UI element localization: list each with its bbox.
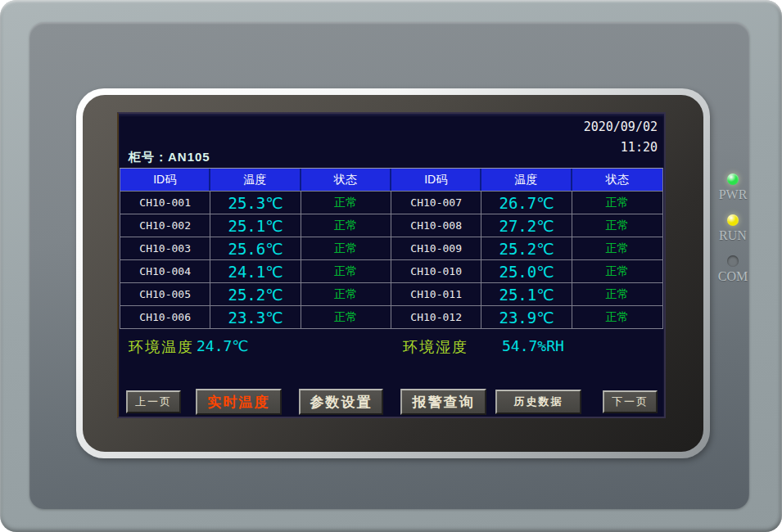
column-header: ID码: [120, 169, 210, 191]
status-cell: 正常: [301, 306, 391, 328]
channel-table-body: CH10-00125.3℃正常CH10-00726.7℃正常CH10-00225…: [120, 192, 662, 329]
channel-id-cell: CH10-003: [120, 237, 210, 259]
alarm-query-button[interactable]: 报警查询: [400, 389, 486, 415]
status-cell: 正常: [572, 192, 662, 214]
temperature-cell: 25.2℃: [481, 237, 572, 259]
channel-id-cell: CH10-009: [391, 237, 481, 259]
parameter-settings-button[interactable]: 参数设置: [299, 389, 383, 415]
table-row: CH10-00125.3℃正常CH10-00726.7℃正常: [120, 192, 662, 214]
status-cell: 正常: [301, 237, 391, 259]
hmi-device-frame: 2020/09/02 11:20 柜号：AN105 ID码温度状态ID码温度状态…: [0, 0, 782, 532]
time-text: 11:20: [584, 138, 658, 158]
next-page-button[interactable]: 下一页: [603, 390, 658, 413]
temperature-cell: 25.2℃: [210, 283, 301, 305]
channel-id-cell: CH10-008: [391, 214, 481, 237]
ambient-readings: 环境温度 24.7℃ 环境湿度 54.7%RH: [119, 332, 664, 362]
channel-id-cell: CH10-011: [391, 283, 481, 305]
com-led-label: COM: [718, 269, 748, 284]
temperature-cell: 26.7℃: [481, 192, 572, 214]
status-cell: 正常: [572, 237, 662, 259]
history-data-button[interactable]: 历史数据: [495, 390, 581, 414]
temperature-cell: 25.6℃: [210, 237, 301, 259]
channel-id-cell: CH10-010: [391, 260, 481, 282]
column-header: 状态: [572, 169, 662, 191]
table-row: CH10-00424.1℃正常CH10-01025.0℃正常: [120, 260, 662, 283]
channel-id-cell: CH10-007: [391, 192, 481, 214]
pwr-led-label: PWR: [719, 187, 748, 202]
ambient-humidity-value: 54.7%RH: [502, 337, 564, 354]
table-row: CH10-00325.6℃正常CH10-00925.2℃正常: [120, 237, 662, 260]
channel-id-cell: CH10-004: [120, 260, 210, 282]
date-text: 2020/09/02: [584, 117, 658, 138]
temperature-cell: 27.2℃: [481, 214, 572, 237]
temperature-cell: 25.0℃: [481, 260, 572, 282]
status-cell: 正常: [301, 192, 391, 214]
status-led-column: PWRRUNCOM: [714, 174, 752, 284]
table-row: CH10-00525.2℃正常CH10-01125.1℃正常: [120, 283, 662, 306]
channel-id-cell: CH10-005: [120, 283, 210, 305]
ambient-humidity-label: 环境湿度: [403, 337, 468, 357]
column-header: 温度: [210, 169, 301, 191]
column-header: 状态: [301, 169, 391, 191]
ambient-temperature-value: 24.7℃: [197, 337, 249, 354]
channel-table: ID码温度状态ID码温度状态 CH10-00125.3℃正常CH10-00726…: [120, 168, 663, 329]
status-cell: 正常: [301, 283, 391, 305]
channel-id-cell: CH10-012: [391, 306, 481, 328]
channel-id-cell: CH10-006: [120, 306, 210, 328]
com-led-block: COM: [714, 255, 752, 284]
temperature-cell: 24.1℃: [210, 260, 301, 282]
cabinet-number-label: 柜号：AN105: [129, 150, 210, 165]
column-header: 温度: [481, 169, 572, 191]
temperature-cell: 25.1℃: [481, 283, 572, 305]
temperature-cell: 23.9℃: [481, 306, 572, 328]
temperature-cell: 25.3℃: [210, 192, 301, 214]
datetime-display: 2020/09/02 11:20: [584, 117, 658, 158]
table-row: CH10-00225.1℃正常CH10-00827.2℃正常: [120, 214, 662, 237]
temperature-cell: 25.1℃: [210, 214, 301, 237]
column-header: ID码: [391, 169, 481, 191]
status-cell: 正常: [572, 283, 662, 305]
run-led-block: RUN: [714, 214, 752, 243]
touchscreen-display: 2020/09/02 11:20 柜号：AN105 ID码温度状态ID码温度状态…: [117, 112, 666, 418]
table-row: CH10-00623.3℃正常CH10-01223.9℃正常: [120, 306, 662, 329]
pwr-led-block: PWR: [714, 174, 752, 202]
temperature-cell: 23.3℃: [210, 306, 301, 328]
status-cell: 正常: [301, 260, 391, 282]
realtime-temperature-button[interactable]: 实时温度: [196, 389, 282, 415]
status-cell: 正常: [572, 214, 662, 237]
status-cell: 正常: [301, 214, 391, 237]
screen-header: 2020/09/02 11:20 柜号：AN105: [119, 114, 664, 168]
channel-id-cell: CH10-001: [120, 192, 210, 214]
com-led-icon: [727, 255, 739, 267]
channel-id-cell: CH10-002: [120, 214, 210, 237]
run-led-icon: [727, 214, 739, 226]
pwr-led-icon: [727, 174, 739, 185]
status-cell: 正常: [572, 260, 662, 282]
channel-table-header: ID码温度状态ID码温度状态: [120, 169, 662, 192]
hmi-panel-photo: 2020/09/02 11:20 柜号：AN105 ID码温度状态ID码温度状态…: [0, 0, 782, 532]
status-cell: 正常: [572, 306, 662, 328]
run-led-label: RUN: [719, 228, 747, 243]
prev-page-button[interactable]: 上一页: [126, 390, 181, 413]
ambient-temperature-label: 环境温度: [129, 337, 194, 357]
